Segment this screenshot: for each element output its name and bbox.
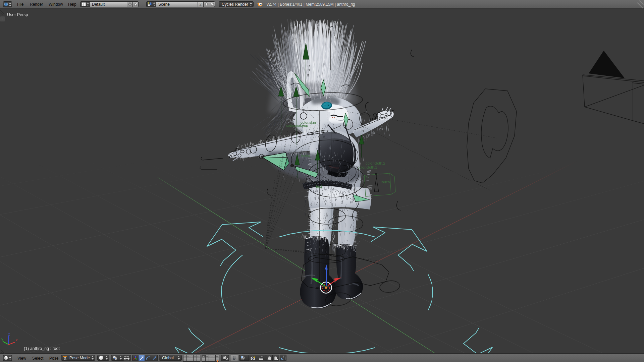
svg-text:B: B [293,113,295,116]
svg-text:x: x [16,338,18,342]
svg-text:Touch: Touch [380,180,390,184]
svg-text:R: R [308,64,310,68]
svg-text:+: + [1,17,3,21]
svg-text:B: B [362,125,364,129]
svg-text:textur: textur [301,154,311,158]
svg-text:y: y [1,337,3,341]
svg-text:color.cloth.1: color.cloth.1 [358,165,377,169]
svg-text:color.makeup: color.makeup [286,123,308,127]
svg-text:G: G [308,68,310,72]
svg-text:G: G [293,117,295,120]
svg-text:(1) anthro_rig : root: (1) anthro_rig : root [24,346,60,351]
svg-text:z: z [8,332,10,336]
svg-text:text: text [316,184,322,188]
svg-text:User Persp: User Persp [7,12,28,17]
svg-text:color.cloth.2: color.cloth.2 [366,161,385,165]
svg-text:G: G [362,129,364,133]
svg-text:G: G [307,74,309,77]
